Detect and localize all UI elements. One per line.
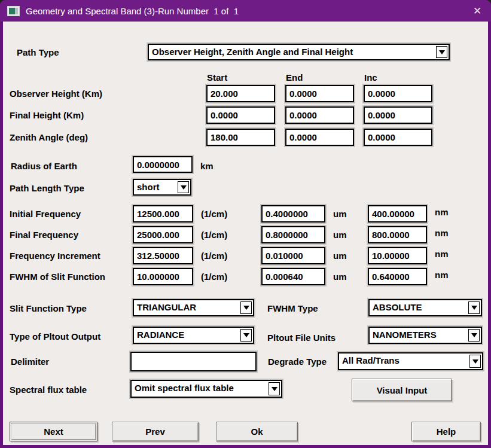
fwhm-slit-cm-input[interactable] <box>133 268 193 285</box>
final-height-label: Final Height (Km) <box>10 110 84 120</box>
fwhm-slit-nm-input[interactable] <box>368 268 427 285</box>
chevron-down-icon[interactable] <box>240 329 252 342</box>
initial-frequency-label: Initial Frequency <box>10 209 81 219</box>
delimiter-label: Delimiter <box>11 356 49 367</box>
path-type-value: Observer Height, Zenith Angle and Final … <box>149 45 435 59</box>
initial-frequency-um-unit: um <box>333 209 347 219</box>
pltout-units-select[interactable]: NANOMETERS <box>368 327 482 344</box>
final-height-inc-input[interactable] <box>364 106 432 124</box>
chevron-down-icon[interactable] <box>468 301 480 314</box>
dialog-body: Path Type Observer Height, Zenith Angle … <box>3 22 488 445</box>
final-frequency-nm-input[interactable] <box>368 226 427 243</box>
spectral-flux-value: Omit spectral flux table <box>132 381 267 397</box>
chevron-down-icon[interactable] <box>468 329 480 342</box>
pltout-output-select[interactable]: RADIANCE <box>133 327 254 344</box>
final-height-end-input[interactable] <box>285 106 354 124</box>
path-type-select[interactable]: Observer Height, Zenith Angle and Final … <box>148 44 450 60</box>
fwhm-slit-label: FWHM of Slit Function <box>10 272 105 282</box>
initial-frequency-nm-unit: nm <box>435 207 449 217</box>
initial-frequency-um-input[interactable] <box>261 205 325 223</box>
initial-frequency-cm-input[interactable] <box>133 205 193 223</box>
degrade-type-select[interactable]: All Rad/Trans <box>338 352 483 370</box>
titlebar[interactable]: Geometry and Spectral Band (3)-Run Numbe… <box>0 0 491 22</box>
degrade-type-value: All Rad/Trans <box>339 353 468 369</box>
pltout-units-value: NANOMETERS <box>370 328 467 343</box>
final-frequency-um-unit: um <box>333 230 347 240</box>
chevron-down-icon[interactable] <box>269 382 280 395</box>
frequency-increment-um-input[interactable] <box>261 247 325 264</box>
pltout-output-value: RADIANCE <box>134 328 239 343</box>
fwhm-type-select[interactable]: ABSOLUTE <box>368 299 482 316</box>
frequency-increment-nm-input[interactable] <box>368 247 427 264</box>
final-frequency-nm-unit: nm <box>435 228 449 238</box>
frequency-increment-cm-input[interactable] <box>133 247 193 264</box>
pltout-output-label: Type of Pltout Output <box>10 331 100 342</box>
final-frequency-label: Final Frequency <box>10 230 78 240</box>
fwhm-type-value: ABSOLUTE <box>370 300 467 315</box>
path-length-type-select[interactable]: short <box>133 179 191 196</box>
path-type-label: Path Type <box>17 47 59 57</box>
observer-height-inc-input[interactable] <box>364 85 432 102</box>
pltout-units-label: Pltout File Units <box>267 333 336 343</box>
zenith-angle-end-input[interactable] <box>285 129 354 146</box>
path-length-type-label: Path Length Type <box>10 183 84 193</box>
radius-of-earth-input[interactable] <box>133 156 193 173</box>
delimiter-input[interactable] <box>130 352 257 371</box>
chevron-down-icon[interactable] <box>240 301 252 314</box>
radius-of-earth-unit: km <box>200 161 214 171</box>
zenith-angle-label: Zenith Angle (deg) <box>10 132 88 142</box>
app-icon <box>7 6 20 16</box>
fwhm-type-label: FWHM Type <box>267 303 318 313</box>
final-frequency-cm-unit: (1/cm) <box>201 230 227 240</box>
observer-height-label: Observer Height (Km) <box>10 89 102 99</box>
frequency-increment-cm-unit: (1/cm) <box>201 251 227 261</box>
next-button[interactable]: Next <box>10 422 97 441</box>
chevron-down-icon[interactable] <box>178 181 189 193</box>
spectral-flux-select[interactable]: Omit spectral flux table <box>130 380 282 398</box>
radius-of-earth-label: Radius of Earth <box>11 161 77 171</box>
frequency-increment-um-unit: um <box>333 251 347 261</box>
dialog-window: Geometry and Spectral Band (3)-Run Numbe… <box>0 0 491 448</box>
observer-height-end-input[interactable] <box>285 85 354 102</box>
chevron-down-icon[interactable] <box>436 46 447 58</box>
fwhm-slit-nm-unit: nm <box>435 270 449 280</box>
observer-height-start-input[interactable] <box>206 85 275 102</box>
chevron-down-icon[interactable] <box>469 355 481 368</box>
column-header-end: End <box>286 72 303 83</box>
initial-frequency-nm-input[interactable] <box>368 205 427 223</box>
column-header-inc: Inc <box>364 72 377 83</box>
slit-function-type-label: Slit Function Type <box>10 303 87 313</box>
column-header-start: Start <box>207 72 227 83</box>
slit-function-type-value: TRIANGULAR <box>134 300 239 315</box>
visual-input-button[interactable]: Visual Input <box>352 379 452 401</box>
degrade-type-label: Degrade Type <box>268 356 327 367</box>
spectral-flux-label: Spectral flux table <box>10 385 87 395</box>
fwhm-slit-um-unit: um <box>333 272 347 282</box>
zenith-angle-start-input[interactable] <box>206 129 275 146</box>
final-frequency-cm-input[interactable] <box>133 226 193 243</box>
zenith-angle-inc-input[interactable] <box>364 129 432 146</box>
prev-button[interactable]: Prev <box>112 422 199 441</box>
window-title: Geometry and Spectral Band (3)-Run Numbe… <box>26 6 239 16</box>
fwhm-slit-um-input[interactable] <box>261 268 325 285</box>
final-frequency-um-input[interactable] <box>261 226 325 243</box>
ok-button[interactable]: Ok <box>216 422 298 441</box>
initial-frequency-cm-unit: (1/cm) <box>201 209 227 219</box>
help-button[interactable]: Help <box>411 422 481 441</box>
slit-function-type-select[interactable]: TRIANGULAR <box>133 299 254 316</box>
frequency-increment-label: Frequency Increment <box>10 251 100 261</box>
fwhm-slit-cm-unit: (1/cm) <box>201 272 227 282</box>
frequency-increment-nm-unit: nm <box>435 249 449 259</box>
path-length-type-value: short <box>134 180 176 194</box>
close-icon[interactable]: ✕ <box>463 0 491 22</box>
final-height-start-input[interactable] <box>206 106 275 124</box>
